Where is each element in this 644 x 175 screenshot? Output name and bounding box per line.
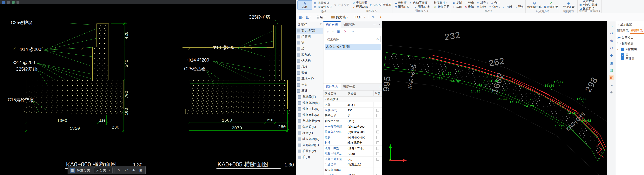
- plan-canvas[interactable]: [382, 21, 607, 175]
- viewer-app-icon[interactable]: [2, 1, 5, 4]
- property-value[interactable]: (2)Φ12@200: [346, 129, 374, 134]
- measure-icon[interactable]: ◈: [609, 90, 614, 95]
- property-value[interactable]: (混凝土泵): [346, 162, 374, 167]
- attach-checkbox[interactable]: [376, 130, 379, 134]
- floor-dropdown[interactable]: 首层▾: [314, 14, 328, 20]
- attach-checkbox[interactable]: [376, 158, 379, 161]
- cloud-check-button[interactable]: ☁云检查: [394, 1, 407, 4]
- element-save-button[interactable]: ▤图元存盘▾: [394, 5, 412, 8]
- navigator-item[interactable]: 桩(U): [296, 154, 323, 160]
- property-value[interactable]: JLQ-1: [346, 102, 374, 108]
- property-row[interactable]: 水平分布钢筋 (2)Φ12@200: [324, 124, 382, 129]
- select-by-attribute-button[interactable]: ▥按属性选择: [314, 6, 332, 9]
- length-dimension-button[interactable]: ↔长度标注▾: [430, 1, 447, 4]
- attach-checkbox[interactable]: [376, 147, 379, 150]
- tab-floor-display[interactable]: 楼层显示: [630, 28, 644, 34]
- split-button[interactable]: ✂分割▾: [488, 5, 500, 8]
- model-tree-button[interactable]: ▦▾: [298, 14, 304, 20]
- auto-flatten-button[interactable]: ≡自动平齐顶: [409, 1, 428, 4]
- component-dropdown[interactable]: JLQ-1▾: [352, 14, 367, 20]
- edit-icon[interactable]: ✎: [117, 168, 122, 173]
- floor-checkbox[interactable]: [621, 54, 624, 57]
- view-mode-button[interactable]: ◫▾: [306, 14, 311, 20]
- property-value[interactable]: 230: [346, 108, 374, 113]
- find-replace-button[interactable]: ⊙查找替换: [352, 1, 368, 4]
- navigator-item[interactable]: 梁: [296, 40, 323, 46]
- navigator-item[interactable]: 筏板负筋(X): [296, 112, 323, 118]
- cad-identify-options-button[interactable]: ⊞CAD识别选项: [370, 3, 392, 6]
- section-drawings-canvas[interactable]: C25砼护墙 Φ14 @200 Φ14 @200 C25砼基础 C15素砼垫层 …: [0, 4, 296, 175]
- align-button[interactable]: ≡对齐▾: [476, 1, 488, 4]
- more-tools-icon[interactable]: ⋯: [350, 29, 354, 34]
- property-row[interactable]: 混凝土强度... (C30): [324, 151, 382, 156]
- extend-button[interactable]: →延伸: [514, 5, 524, 8]
- navigator-item[interactable]: 基坑支护: [296, 76, 323, 82]
- property-row[interactable]: 名称 JLQ-1: [324, 102, 382, 108]
- attach-checkbox[interactable]: [376, 174, 379, 175]
- move-button[interactable]: ✚移动: [452, 5, 462, 8]
- tab-property-list[interactable]: 属性列表: [324, 84, 340, 90]
- zoom-out-icon[interactable]: ⊖: [609, 46, 614, 50]
- navigator-item[interactable]: 条形基础(T): [296, 142, 323, 148]
- property-row[interactable]: 混凝土类型 (混凝土20石): [324, 146, 382, 151]
- plan-viewport[interactable]: 232 262 995 1602 298 KA0+005 KA0+005: [382, 21, 607, 175]
- merge-button[interactable]: ⊟合并: [490, 1, 500, 4]
- component-search-input[interactable]: [327, 38, 376, 41]
- attach-checkbox[interactable]: [376, 136, 379, 139]
- floor-checkbox-row[interactable]: 首层: [617, 53, 643, 57]
- mirror-button[interactable]: ◫镜像: [464, 1, 474, 4]
- option-adjacent-floor[interactable]: 相邻楼层: [617, 42, 643, 45]
- zoom-in-icon[interactable]: ⊕: [609, 38, 614, 43]
- property-group-row[interactable]: ▾ 基础属性: [324, 96, 382, 102]
- property-row[interactable]: 泵送类型 (混凝土泵): [324, 162, 382, 168]
- navigator-item[interactable]: 板: [296, 46, 323, 52]
- property-value[interactable]: (2)Φ12@200: [346, 124, 374, 129]
- select-window-icon[interactable]: ▣: [609, 60, 614, 65]
- property-row[interactable]: 内/外墙标... (外墙): [324, 173, 382, 175]
- batch-select-button[interactable]: ▦批量选择: [314, 1, 332, 5]
- property-row[interactable]: 厚度(mm) 230: [324, 108, 382, 113]
- navigator-item[interactable]: 柱墩(Y): [296, 130, 323, 136]
- floor-checkbox-row[interactable]: 基础层: [617, 57, 643, 60]
- property-value[interactable]: [346, 168, 374, 173]
- property-row[interactable]: 混凝土外加剂 (无): [324, 156, 382, 162]
- navigator-item[interactable]: 装配式: [296, 52, 323, 58]
- property-value[interactable]: 现浇混凝土: [346, 140, 374, 146]
- copy-button[interactable]: ▣复制: [452, 1, 462, 4]
- edit-attributes-button[interactable]: ✎: [370, 14, 376, 20]
- property-row[interactable]: 拉筋 Φ6@600*600: [324, 135, 382, 140]
- property-value[interactable]: (无): [346, 156, 374, 162]
- floor-checkbox[interactable]: [621, 57, 624, 60]
- fit-view-icon[interactable]: ⤢: [124, 168, 129, 173]
- search-icon[interactable]: ⊙: [376, 38, 379, 41]
- delete-button[interactable]: ✕删除: [464, 5, 474, 8]
- attach-checkbox[interactable]: [376, 142, 379, 144]
- property-row[interactable]: 房间边界 是: [324, 113, 382, 118]
- list-icon[interactable]: ≡: [609, 82, 614, 88]
- component-list-item[interactable]: JLQ-1 <0> [外墙]: [324, 44, 381, 50]
- restore-cad-button[interactable]: ↺还原CAD: [352, 5, 368, 8]
- navigator-item[interactable]: 门窗洞: [296, 34, 323, 40]
- layers-icon[interactable]: ▦: [609, 68, 614, 73]
- radio-adjacent-floor[interactable]: [617, 42, 620, 45]
- display-settings-icon[interactable]: ◧: [609, 75, 614, 80]
- section-drawing-viewer[interactable]: C25砼护墙 Φ14 @200 Φ14 @200 C25砼基础 C15素砼垫层 …: [0, 0, 296, 175]
- option-current-floor[interactable]: 当前楼层: [617, 36, 643, 40]
- navigator-item[interactable]: 装修: [296, 70, 323, 76]
- check-wall-elements-button[interactable]: ✓ 校核墙图元: [544, 0, 558, 10]
- navigator-item[interactable]: 基础: [296, 88, 323, 94]
- navigator-item[interactable]: 楼梯: [296, 64, 323, 70]
- option-all-floors[interactable]: ▾ 全部楼层: [617, 48, 643, 51]
- navigator-item[interactable]: 钢结构: [296, 58, 323, 64]
- smart-layout-button[interactable]: ◈ 智能布置: [561, 0, 576, 10]
- wall-band[interactable]: [384, 52, 604, 161]
- navigator-item[interactable]: 筏板主筋(R): [296, 106, 323, 112]
- pan-icon[interactable]: ✚: [609, 53, 614, 58]
- attach-checkbox[interactable]: [376, 152, 379, 155]
- set-arched-wall-button[interactable]: ⌒设置拱墙: [579, 0, 598, 3]
- pan-icon[interactable]: ✚: [131, 168, 136, 173]
- judge-inner-outer-wall-button[interactable]: ◧判断内外墙: [579, 3, 598, 6]
- navigator-item[interactable]: 桩承台(V): [296, 148, 323, 154]
- break-button[interactable]: ∕打断: [502, 5, 512, 8]
- tab-component-list[interactable]: 构件列表: [324, 21, 340, 28]
